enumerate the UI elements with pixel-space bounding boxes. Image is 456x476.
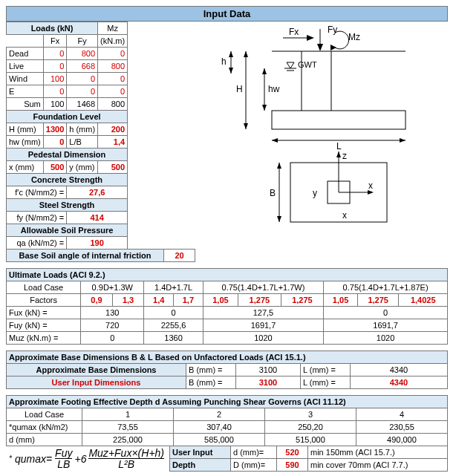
- svg-marker-8: [307, 35, 314, 41]
- mz-header: Mz: [98, 22, 128, 35]
- pedestal-header: Pedestal Dimension: [7, 149, 128, 161]
- qumax-formula: * qumax= FuyLB +6 Muz+Fux×(H+h)L²B: [6, 446, 169, 471]
- col-knm: (kN.m): [98, 35, 128, 48]
- row-wind: Wind: [7, 73, 44, 85]
- ultimate-loads-table: Ultimate Loads (ACI 9.2.) Load Case 0.9D…: [6, 268, 448, 345]
- svg-marker-5: [317, 44, 323, 51]
- page-title: Input Data: [6, 6, 448, 22]
- svg-marker-21: [229, 51, 233, 57]
- svg-marker-43: [277, 163, 281, 169]
- svg-text:H: H: [236, 84, 243, 94]
- svg-marker-10: [330, 45, 336, 50]
- foundation-level-header: Foundation Level: [7, 111, 128, 123]
- concrete-header: Concrete Strength: [7, 174, 128, 186]
- loads-header: Loads (kN): [7, 22, 98, 35]
- svg-text:Fx: Fx: [289, 27, 299, 37]
- svg-marker-25: [262, 68, 267, 74]
- foundation-diagram: Fy Fx Mz GWT H h hw L z x y x B: [201, 22, 446, 262]
- svg-text:Fy: Fy: [328, 25, 337, 35]
- row-dead: Dead: [7, 48, 44, 60]
- steel-header: Steel Strength: [7, 199, 128, 212]
- row-e: E: [7, 85, 44, 98]
- svg-text:L: L: [336, 141, 342, 151]
- svg-text:h: h: [221, 56, 227, 67]
- svg-text:GWT: GWT: [298, 60, 317, 69]
- svg-text:y: y: [313, 188, 317, 198]
- ultimate-loads-header: Ultimate Loads (ACI 9.2.): [7, 269, 448, 281]
- svg-marker-22: [229, 68, 233, 74]
- svg-rect-3: [272, 111, 405, 129]
- base-dimensions-table: Approximate Base Dimensions B & L Based …: [6, 351, 448, 389]
- svg-marker-18: [244, 123, 248, 129]
- svg-marker-29: [272, 138, 278, 143]
- col-fx: Fx: [43, 35, 66, 48]
- svg-text:Mz: Mz: [348, 32, 360, 42]
- footing-depth-header: Approximate Footing Effective Depth d As…: [7, 396, 448, 408]
- svg-text:x: x: [368, 180, 373, 191]
- loads-table: Loads (kN) Mz Fx Fy (kN.m) Dead08000 Liv…: [6, 22, 128, 250]
- base-dim-header: Approximate Base Dimensions B & L Based …: [7, 351, 448, 364]
- bsaf-label: Base Soil angle of internal friction: [7, 250, 164, 262]
- svg-marker-17: [244, 51, 248, 57]
- svg-marker-44: [277, 216, 281, 222]
- col-fy: Fy: [67, 35, 98, 48]
- row-sum: Sum: [7, 98, 44, 111]
- svg-marker-12: [287, 62, 294, 68]
- svg-text:x: x: [342, 210, 347, 221]
- svg-text:hw: hw: [268, 84, 280, 94]
- svg-text:z: z: [342, 151, 347, 161]
- asp-header: Allowable Soil Pressure: [7, 224, 128, 237]
- svg-text:B: B: [270, 188, 276, 198]
- svg-marker-35: [336, 151, 341, 157]
- row-live: Live: [7, 60, 44, 73]
- svg-marker-30: [400, 138, 405, 143]
- svg-marker-26: [262, 105, 267, 111]
- footing-depth-table: Approximate Footing Effective Depth d As…: [6, 395, 448, 446]
